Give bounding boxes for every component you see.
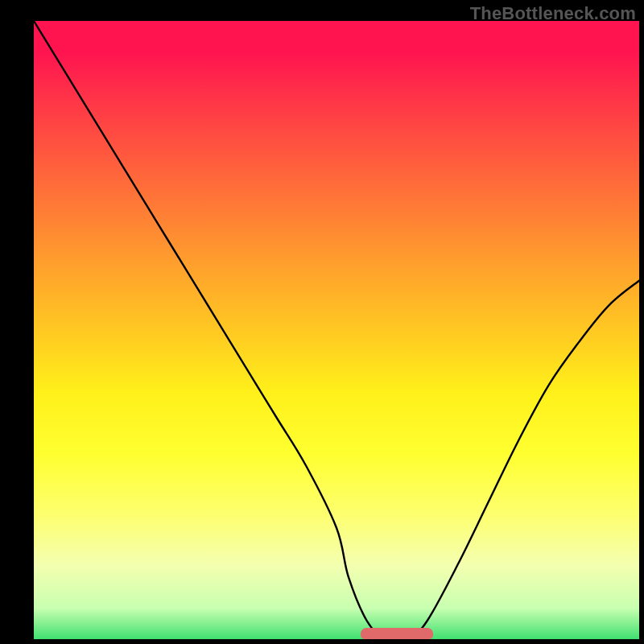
flat-minimum-marker [361,628,433,639]
bottleneck-curve [34,21,639,639]
chart-frame: TheBottleneck.com [0,0,644,644]
plot-area [34,21,639,639]
watermark-text: TheBottleneck.com [470,3,636,24]
